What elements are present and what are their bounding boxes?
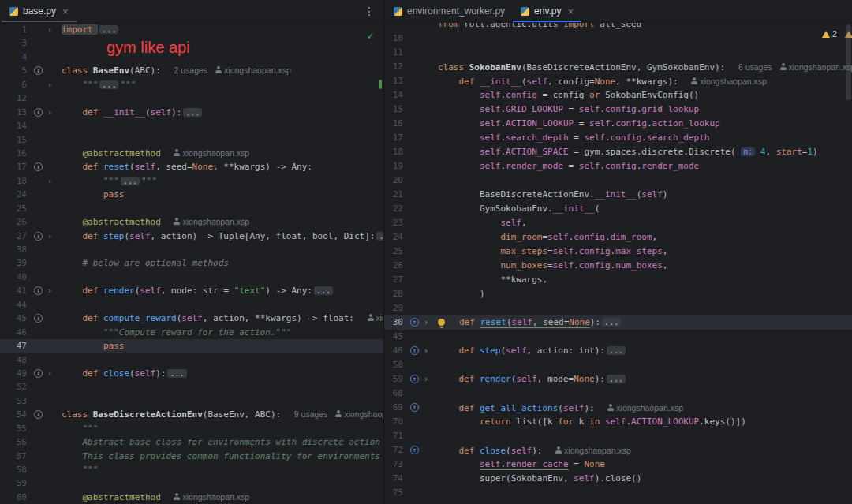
fold-arrow-icon[interactable]: › xyxy=(44,106,55,119)
overridden-method-icon[interactable]: ↓ xyxy=(34,232,43,241)
code-token: . xyxy=(647,118,652,129)
code-line: 19 self.render_mode = self.config.render… xyxy=(384,159,852,174)
overridden-method-icon[interactable]: ↓ xyxy=(34,66,43,75)
author-annotation[interactable]: xiongshaopan.xsp xyxy=(174,217,249,226)
folded-code-chip[interactable]: ... xyxy=(99,80,118,89)
code-line: 10 xyxy=(384,32,852,46)
author-annotation[interactable]: xiongshaopan.xsp xyxy=(607,403,683,413)
code-text: self.render_mode = self.config.render_mo… xyxy=(432,159,852,174)
fold-arrow-icon[interactable]: › xyxy=(420,372,432,386)
overridden-method-icon[interactable]: ↓ xyxy=(34,314,43,323)
code-line: 46↑› def step(self, action: int):... xyxy=(384,344,852,358)
gutter-spacer xyxy=(408,287,420,301)
line-number: 12 xyxy=(0,91,32,105)
fold-arrow-icon[interactable]: › xyxy=(44,230,55,243)
code-text: ) xyxy=(432,287,852,301)
line-number: 54 xyxy=(0,408,32,421)
overriding-method-icon[interactable]: ↑ xyxy=(410,318,419,327)
vertical-scrollbar[interactable] xyxy=(846,24,851,100)
gutter-spacer xyxy=(408,457,420,472)
code-line: 49↓› def close(self):... xyxy=(0,367,383,380)
code-line: 12 xyxy=(0,91,383,105)
folded-code-chip[interactable]: ... xyxy=(183,108,202,117)
usages-hint[interactable]: 9 usages xyxy=(294,409,328,419)
tab-base-py[interactable]: base.py × xyxy=(2,0,77,22)
overriding-method-icon[interactable]: ↑ xyxy=(410,446,419,454)
intention-bulb-icon[interactable] xyxy=(438,319,445,326)
author-annotation[interactable]: xiongshaopan.xsp xyxy=(691,77,767,86)
code-token: Abstract base class for environments wit… xyxy=(62,437,383,447)
left-code-lines: 1›import ...345↓class BaseEnv(ABC): 2 us… xyxy=(0,23,383,504)
overridden-method-icon[interactable]: ↓ xyxy=(34,162,43,171)
fold-arrow-icon xyxy=(44,491,55,504)
fold-arrow-icon xyxy=(44,463,55,476)
folded-code-chip[interactable]: ... xyxy=(314,286,333,295)
fold-arrow-icon[interactable]: › xyxy=(44,174,55,188)
overridden-method-icon[interactable]: ↓ xyxy=(34,286,43,295)
overridden-method-icon[interactable]: ↓ xyxy=(34,369,43,378)
overridden-method-icon[interactable]: ↓ xyxy=(34,108,43,117)
inspections-ok-icon[interactable]: ✓ xyxy=(368,29,374,42)
fold-arrow-icon xyxy=(44,50,55,64)
folded-code-chip[interactable]: ... xyxy=(99,25,118,34)
code-token: config xyxy=(605,104,637,114)
folded-code-chip[interactable]: ... xyxy=(167,369,186,378)
author-icon xyxy=(691,77,697,84)
fold-arrow-icon[interactable]: › xyxy=(44,284,55,297)
code-line: 1›import ... xyxy=(0,23,383,36)
code-text: """Compute reward for the action.""" xyxy=(55,326,383,339)
overridden-method-icon[interactable]: ↓ xyxy=(34,410,43,419)
line-number: 47 xyxy=(0,339,32,353)
tab-env-py[interactable]: env.py × xyxy=(513,0,581,22)
fold-arrow-icon[interactable]: › xyxy=(420,344,432,358)
gutter-spacer xyxy=(32,271,44,284)
code-token: __init__ xyxy=(595,189,637,200)
usages-hint[interactable]: 2 usages xyxy=(174,65,207,75)
code-text: max_steps=self.config.max_steps, xyxy=(432,245,852,259)
author-annotation[interactable]: xiongshaopan. xyxy=(335,409,383,419)
fold-arrow-icon xyxy=(44,188,55,201)
overriding-method-icon[interactable]: ↑ xyxy=(410,346,419,355)
fold-arrow-icon[interactable]: › xyxy=(44,23,55,36)
author-annotation[interactable]: xiongshaopan.xsp xyxy=(780,62,852,72)
right-code-editor[interactable]: from roll.agentic.utils import all_seed1… xyxy=(384,23,852,504)
code-token: self xyxy=(135,162,156,172)
line-number: 27 xyxy=(384,273,408,287)
author-annotation[interactable]: xiongshaopan.xsp xyxy=(174,148,249,158)
fold-arrow-icon[interactable]: › xyxy=(44,78,55,91)
line-number: 45 xyxy=(384,330,408,344)
code-token: close xyxy=(103,368,129,379)
overriding-method-icon[interactable]: ↑ xyxy=(410,403,419,412)
author-annotation[interactable]: xiongs xyxy=(368,313,383,323)
folded-code-chip[interactable]: ... xyxy=(607,375,626,383)
fold-arrow-icon[interactable]: › xyxy=(44,367,55,380)
overriding-method-icon[interactable]: ↑ xyxy=(410,375,419,383)
author-annotation[interactable]: xiongshaopan.xsp xyxy=(174,492,249,502)
code-token: render_mode xyxy=(506,161,563,171)
fold-arrow-icon xyxy=(420,103,432,117)
fold-arrow-icon xyxy=(44,215,55,229)
tab-environment-worker-py[interactable]: environment_worker.py xyxy=(386,0,513,22)
fold-arrow-icon[interactable]: › xyxy=(420,315,432,330)
close-tab-icon[interactable]: × xyxy=(62,6,69,17)
code-line: 16 @abstractmethod xiongshaopan.xsp xyxy=(0,147,383,160)
gutter-spacer xyxy=(32,353,44,367)
code-text: class BaseEnv(ABC): 2 usagesxiongshaopan… xyxy=(55,64,383,77)
close-tab-icon[interactable]: × xyxy=(568,6,574,17)
fold-arrow-icon xyxy=(420,429,432,443)
folded-code-chip[interactable]: ... xyxy=(602,318,621,327)
warning-badge[interactable]: 2 xyxy=(822,29,837,39)
author-annotation[interactable]: xiongshaopan.xsp xyxy=(215,65,291,75)
usages-hint[interactable]: 6 usages xyxy=(738,62,772,72)
kebab-menu-icon[interactable]: ⋮ xyxy=(356,5,383,17)
folded-code-chip[interactable]: ... xyxy=(376,232,383,241)
code-token: close xyxy=(480,446,506,456)
gutter-spacer xyxy=(408,358,420,372)
line-number: 16 xyxy=(384,117,408,131)
left-code-editor[interactable]: 1›import ...345↓class BaseEnv(ABC): 2 us… xyxy=(0,23,383,504)
author-annotation[interactable]: xiongshaopan.xsp xyxy=(555,446,631,455)
folded-code-chip[interactable]: ... xyxy=(121,177,140,185)
folded-code-chip[interactable]: ... xyxy=(607,346,626,355)
editor-pane-left: base.py × ⋮ 1›import ...345↓class BaseEn… xyxy=(0,0,384,504)
code-text: self, xyxy=(432,216,852,230)
